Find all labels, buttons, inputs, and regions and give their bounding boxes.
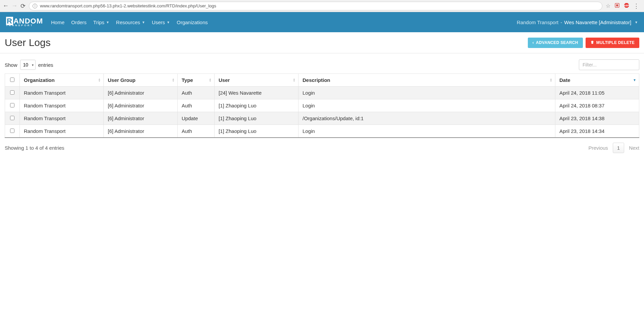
page-title: User Logs: [5, 37, 51, 48]
multiple-delete-label: MULTIPLE DELETE: [596, 40, 635, 45]
cell-description: Login: [298, 125, 555, 138]
chevron-down-icon: ▼: [635, 20, 638, 24]
page-header: User Logs ‹ ADVANCED SEARCH MULTIPLE DEL…: [0, 32, 644, 53]
extension-icon[interactable]: [614, 3, 620, 9]
table-footer: Showing 1 to 4 of 4 entries Previous 1 N…: [0, 138, 644, 153]
cell-user-group: [6] Administrator: [104, 112, 178, 125]
row-checkbox[interactable]: [10, 129, 14, 133]
nav-user-menu[interactable]: Random Transport - Wes Navarette [Admini…: [517, 19, 638, 25]
row-select-cell[interactable]: [5, 112, 20, 125]
cell-user-group: [6] Administrator: [104, 87, 178, 99]
nav-organizations[interactable]: Organizations: [177, 19, 208, 25]
nav-separator: -: [560, 19, 562, 25]
browser-menu-icon[interactable]: ⋮: [633, 2, 639, 10]
browser-reload-icon[interactable]: ⟳: [20, 2, 26, 10]
cell-type: Auth: [178, 99, 215, 112]
cell-organization: Random Transport: [20, 87, 104, 99]
pagination: Previous 1 Next: [588, 143, 639, 153]
chevron-down-icon: ▼: [106, 20, 109, 24]
filter-input[interactable]: [579, 59, 639, 70]
cell-organization: Random Transport: [20, 112, 104, 125]
nav-resources-label: Resources: [116, 19, 140, 25]
trash-icon: [590, 40, 594, 45]
chevron-down-icon: ▼: [167, 20, 170, 24]
cell-description: Login: [298, 87, 555, 99]
cell-date: April 24, 2018 08:37: [555, 99, 639, 112]
row-checkbox[interactable]: [10, 116, 14, 120]
cell-user: [1] Zhaoping Luo: [215, 99, 298, 112]
nav-users[interactable]: Users▼: [152, 19, 170, 25]
table-row: Random Transport[6] AdministratorAuth[1]…: [5, 99, 639, 112]
browser-url-text: www.randomtransport.com.php56-13.phx1-2.…: [40, 3, 216, 8]
col-user-group[interactable]: User Group▲▼: [104, 74, 178, 87]
sort-icon: ▲▼: [293, 78, 295, 82]
cell-user-group: [6] Administrator: [104, 99, 178, 112]
nav-orders[interactable]: Orders: [71, 19, 87, 25]
browser-forward-icon[interactable]: →: [11, 2, 17, 9]
sort-icon: ▲▼: [209, 78, 212, 82]
svg-text:ABP: ABP: [624, 4, 629, 7]
cell-date: April 23, 2018 14:34: [555, 125, 639, 138]
nav-orders-label: Orders: [71, 19, 87, 25]
table-header-row: Organization▲▼ User Group▲▼ Type▲▼ User▲…: [5, 74, 639, 87]
col-date[interactable]: Date▼: [555, 74, 639, 87]
select-all-checkbox[interactable]: [10, 78, 14, 82]
entries-label: entries: [38, 62, 53, 68]
nav-trips[interactable]: Trips▼: [93, 19, 109, 25]
nav-organizations-label: Organizations: [177, 19, 208, 25]
advanced-search-button[interactable]: ‹ ADVANCED SEARCH: [528, 38, 583, 48]
cell-description: /Organizations/Update, id:1: [298, 112, 555, 125]
cell-user: [1] Zhaoping Luo: [215, 125, 298, 138]
table-controls: Show 10 entries: [0, 53, 644, 74]
nav-resources[interactable]: Resources▼: [116, 19, 145, 25]
cell-user: [1] Zhaoping Luo: [215, 112, 298, 125]
top-navbar: RANDOM TRANSPORT Home Orders Trips▼ Reso…: [0, 12, 644, 32]
adblock-icon[interactable]: ABP: [624, 3, 629, 9]
chevron-down-icon: ▼: [142, 20, 145, 24]
cell-type: Auth: [178, 125, 215, 138]
sort-icon: ▲▼: [98, 78, 101, 82]
logo-subtitle: TRANSPORT: [6, 24, 43, 27]
cell-type: Auth: [178, 87, 215, 99]
cell-type: Update: [178, 112, 215, 125]
browser-chrome: ← → ⟳ i www.randomtransport.com.php56-13…: [0, 0, 644, 12]
row-select-cell[interactable]: [5, 125, 20, 138]
row-select-cell[interactable]: [5, 87, 20, 99]
show-label: Show: [5, 62, 17, 68]
col-description[interactable]: Description▲▼: [298, 74, 555, 87]
cell-organization: Random Transport: [20, 125, 104, 138]
page-number-current[interactable]: 1: [613, 143, 624, 153]
bookmark-star-icon[interactable]: ☆: [606, 3, 610, 9]
chevron-left-icon: ‹: [533, 40, 534, 45]
col-type[interactable]: Type▲▼: [178, 74, 215, 87]
sort-icon: ▲▼: [550, 78, 552, 82]
col-organization[interactable]: Organization▲▼: [20, 74, 104, 87]
nav-user-name: Wes Navarette [Administrator]: [564, 19, 631, 25]
advanced-search-label: ADVANCED SEARCH: [536, 40, 578, 45]
row-select-cell[interactable]: [5, 99, 20, 112]
table-row: Random Transport[6] AdministratorAuth[1]…: [5, 125, 639, 138]
brand-logo[interactable]: RANDOM TRANSPORT: [6, 18, 43, 27]
site-info-icon[interactable]: i: [33, 4, 37, 8]
next-page-button[interactable]: Next: [629, 145, 639, 151]
page-size-select[interactable]: 10: [20, 60, 36, 70]
row-checkbox[interactable]: [10, 103, 14, 107]
row-checkbox[interactable]: [10, 90, 14, 95]
select-all-header[interactable]: [5, 74, 20, 87]
browser-url-bar[interactable]: i www.randomtransport.com.php56-13.phx1-…: [29, 2, 602, 10]
cell-organization: Random Transport: [20, 99, 104, 112]
nav-home[interactable]: Home: [51, 19, 64, 25]
nav-home-label: Home: [51, 19, 64, 25]
nav-items: Home Orders Trips▼ Resources▼ Users▼ Org…: [51, 19, 208, 25]
previous-page-button[interactable]: Previous: [588, 145, 608, 151]
multiple-delete-button[interactable]: MULTIPLE DELETE: [586, 38, 639, 48]
table-row: Random Transport[6] AdministratorUpdate[…: [5, 112, 639, 125]
table-row: Random Transport[6] AdministratorAuth[24…: [5, 87, 639, 99]
cell-date: April 24, 2018 11:05: [555, 87, 639, 99]
cell-user: [24] Wes Navarette: [215, 87, 298, 99]
browser-back-icon[interactable]: ←: [3, 2, 8, 9]
nav-trips-label: Trips: [93, 19, 104, 25]
cell-description: Login: [298, 99, 555, 112]
col-user[interactable]: User▲▼: [215, 74, 298, 87]
sort-icon: ▲▼: [172, 78, 175, 82]
